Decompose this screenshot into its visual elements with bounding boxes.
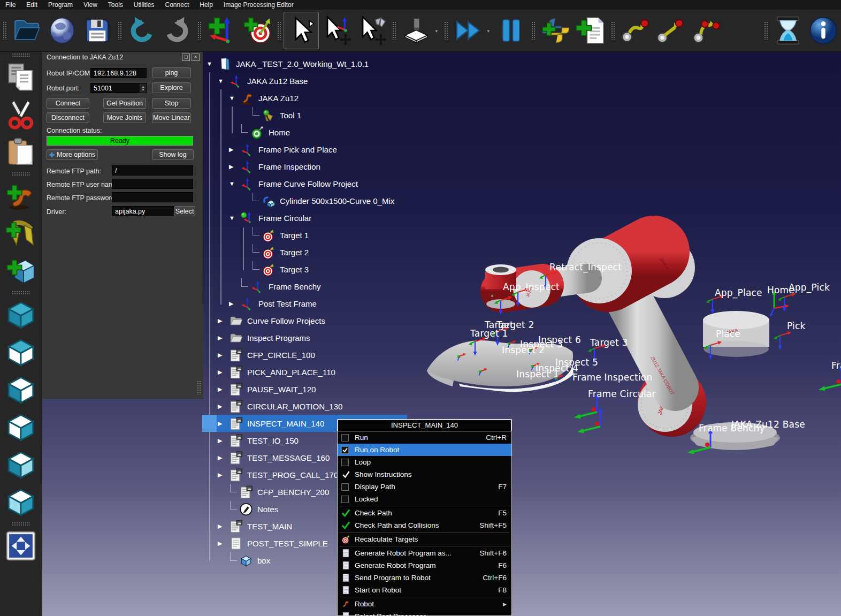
menu-item-generate-robot-program-as-[interactable]: Generate Robot Program as...Shift+F6 (338, 547, 511, 559)
driver-input[interactable] (112, 206, 175, 216)
tree-expand-icon[interactable]: ▶ (218, 540, 229, 547)
fit-to-screen-button[interactable] (4, 529, 38, 562)
checkbox-checked-icon[interactable] (341, 446, 349, 454)
tree-item-post-test-frame[interactable]: ▶Post Test Frame (202, 295, 418, 312)
tree-item-jaka-test-2-0-working-wt-1-0-1[interactable]: ▼JAKA _TEST_2.0_Working_Wt_1.0.1 (202, 55, 396, 72)
tree-item-circular-motion-130[interactable]: ▶CIRCULAR_MOTION_130 (202, 398, 407, 415)
tree-item-frame-inspection[interactable]: ▶Frame Inspection (202, 158, 418, 175)
tree-expand-icon[interactable]: ▶ (218, 369, 229, 376)
tree-expand-icon[interactable]: ▼ (207, 60, 218, 67)
menu-item-recalculate-targets[interactable]: Recalculate Targets (338, 533, 511, 545)
menu-item-display-path[interactable]: Display PathF7 (338, 481, 511, 493)
ftp-password-input[interactable] (112, 192, 193, 202)
tree-expand-icon[interactable]: ▶ (218, 523, 229, 530)
tree-item-target-3[interactable]: Target 3 (202, 261, 430, 278)
add-python-script-button[interactable] (538, 12, 573, 49)
open-button[interactable] (9, 12, 44, 49)
info-button[interactable] (806, 12, 841, 49)
viewport-label-retract-inspect[interactable]: Retract_Inspect (549, 262, 622, 272)
menu-item-check-path[interactable]: Check PathF5 (338, 507, 511, 519)
add-reference-frame-button[interactable] (204, 12, 239, 49)
tree-expand-icon[interactable]: ▶ (218, 454, 229, 461)
menu-item-check-path-and-collisions[interactable]: Check Path and CollisionsShift+F5 (338, 519, 511, 531)
menu-item-select-post-processor[interactable]: Select Post Processor (338, 610, 511, 616)
viewport-label-frame-circular[interactable]: Frame Circular (588, 389, 656, 399)
menu-item-view[interactable]: View (78, 1, 103, 9)
viewport-label-app-place[interactable]: App_Place (715, 287, 762, 298)
add-robot-button[interactable] (4, 179, 38, 212)
tree-expand-icon[interactable]: ▶ (218, 471, 229, 478)
add-target-button[interactable] (239, 12, 274, 49)
menu-item-run-on-robot[interactable]: Run on Robot (338, 444, 511, 456)
redo-button[interactable] (159, 12, 195, 49)
dropdown-arrow-icon[interactable]: ▾ (435, 28, 438, 34)
paste-button[interactable] (4, 135, 38, 169)
add-tool-button[interactable] (4, 217, 38, 250)
add-shape-button[interactable] (4, 254, 38, 287)
ftp-path-input[interactable] (112, 165, 193, 176)
connect-button[interactable]: Connect (47, 98, 89, 109)
checkbox-icon[interactable] (341, 496, 349, 503)
view-top-button[interactable] (4, 336, 38, 369)
tree-expand-icon[interactable]: ▼ (229, 215, 240, 221)
get-position-button[interactable]: Get Position (103, 98, 146, 109)
tree-expand-icon[interactable]: ▼ (218, 78, 229, 84)
tree-expand-icon[interactable]: ▼ (229, 95, 240, 101)
move-joint-instruction-button[interactable] (617, 12, 653, 49)
tree-expand-icon[interactable]: ▶ (218, 334, 229, 341)
menu-item-start-on-robot[interactable]: Start on RobotF8 (338, 584, 511, 596)
move-joints-button[interactable]: Move Joints (103, 112, 146, 123)
frame-triad-icon[interactable] (703, 338, 724, 363)
tree-item-home[interactable]: Home (202, 124, 418, 141)
undo-button[interactable] (124, 12, 159, 49)
menu-item-file[interactable]: File (0, 1, 21, 9)
checkbox-icon[interactable] (341, 459, 349, 466)
menu-item-image-processing-editor[interactable]: Image Processing Editor (218, 1, 299, 9)
tree-item-inspect-programs[interactable]: ▶Inspect Programs (202, 329, 407, 346)
checkbox-icon[interactable] (341, 434, 349, 442)
move-circular-instruction-button[interactable] (688, 12, 723, 49)
view-front-button[interactable] (4, 373, 38, 406)
move-reference-cursor-button[interactable] (319, 12, 354, 49)
viewport-label-place[interactable]: Place (716, 329, 740, 339)
driver-select-button[interactable]: Select (174, 206, 195, 216)
checkbox-icon[interactable] (341, 483, 349, 491)
view-back-button[interactable] (4, 448, 38, 481)
add-program-button[interactable] (573, 12, 608, 49)
tree-expand-icon[interactable]: ▶ (229, 163, 240, 170)
tree-item-pick-and-place-110[interactable]: ▶PICK_AND_PLACE_110 (202, 363, 407, 381)
menu-item-send-program-to-robot[interactable]: Send Program to RobotCtrl+F6 (338, 572, 511, 584)
tree-expand-icon[interactable]: ▶ (229, 300, 240, 307)
menu-item-loop[interactable]: Loop (338, 456, 511, 468)
move-linear-button[interactable]: Move Linear (152, 112, 191, 123)
tree-item-jaka-zu12[interactable]: ▼JAKA Zu12 (202, 89, 418, 107)
menu-item-edit[interactable]: Edit (21, 1, 43, 9)
tree-item-cfp-circle-100[interactable]: ▶CFP_CIRCLE_100 (202, 346, 407, 363)
ftp-user-input[interactable] (112, 179, 193, 189)
dropdown-arrow-icon[interactable]: ▾ (487, 28, 490, 34)
viewport-label-pick[interactable]: Pick (787, 321, 806, 331)
menu-item-run[interactable]: RunCtrl+R (338, 431, 511, 444)
frame-triad-icon[interactable] (576, 407, 610, 439)
menu-item-help[interactable]: Help (194, 1, 218, 9)
menu-item-robot[interactable]: Robot▶ (338, 598, 511, 610)
tree-expand-icon[interactable]: ▶ (218, 437, 229, 444)
tree-item-cylinder-500x1500-curve-0-mix[interactable]: Cylinder 500x1500-Curve 0_Mix (202, 192, 430, 209)
viewport-label-target-3[interactable]: Target 3 (590, 337, 628, 348)
save-button[interactable] (80, 12, 115, 49)
menu-item-locked[interactable]: Locked (338, 493, 511, 505)
tree-item-frame-circular[interactable]: ▼Frame Circular (202, 209, 418, 226)
viewport-label-frame-inspection[interactable]: Frame Inspection (572, 372, 652, 383)
tree-item-jaka-zu12-base[interactable]: ▼JAKA Zu12 Base (202, 72, 407, 89)
ping-button[interactable]: ping (152, 67, 191, 78)
port-spinner[interactable]: ▲▼ (140, 83, 146, 93)
viewport-label-jaka-zu12-base[interactable]: JAKA Zu12 Base (731, 419, 805, 430)
tree-item-curve-follow-projects[interactable]: ▶Curve Follow Projects (202, 312, 407, 329)
tree-item-target-2[interactable]: Target 2 (202, 244, 430, 261)
tree-item-frame-benchy[interactable]: Frame Benchy (202, 278, 418, 295)
close-panel-icon[interactable]: ✕ (192, 54, 200, 61)
tree-expand-icon[interactable]: ▶ (218, 317, 229, 324)
open-library-button[interactable] (44, 12, 80, 49)
robot-ip-input[interactable] (90, 68, 147, 78)
menu-item-utilities[interactable]: Utilities (128, 1, 160, 9)
